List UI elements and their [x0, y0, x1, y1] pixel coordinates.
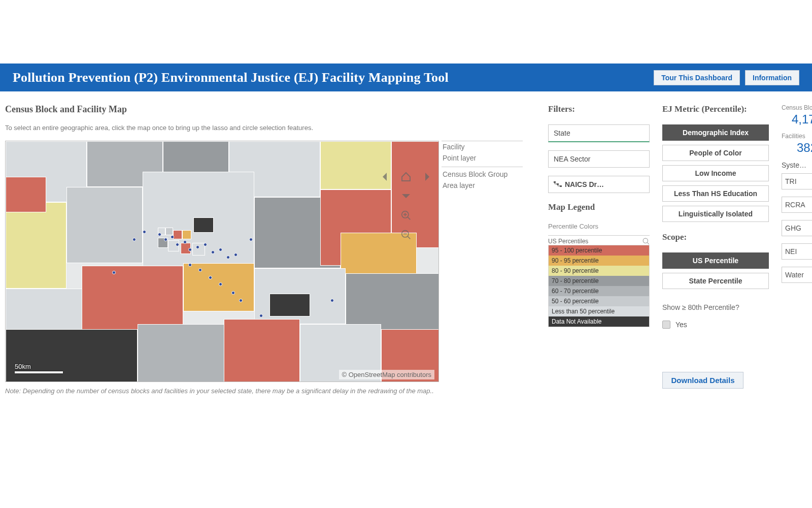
svg-rect-8: [557, 183, 559, 185]
layer-labels: Facility Point layer Census Block Group …: [442, 141, 523, 191]
scope-title: Scope:: [662, 232, 769, 242]
filter-nea-sector[interactable]: NEA Sector: [548, 150, 650, 168]
stat-facilities-label: Facilities: [782, 133, 812, 140]
legend-row: 50 - 60 percentile: [549, 296, 649, 306]
home-icon[interactable]: [401, 172, 411, 182]
legend-row: 95 - 100 percentile: [549, 245, 649, 256]
systems-title: Syste…: [782, 161, 812, 169]
tour-dashboard-button[interactable]: Tour This Dashboard: [654, 70, 740, 85]
legend-row: Data Not Available: [549, 316, 649, 327]
legend-row: 60 - 70 percentile: [549, 286, 649, 296]
search-icon[interactable]: [642, 238, 650, 245]
svg-line-11: [647, 242, 649, 244]
system-tri[interactable]: TRI: [782, 173, 812, 189]
map-attribution: © OpenStreetMap contributors: [339, 370, 435, 379]
svg-line-1: [408, 217, 410, 219]
collapse-down-icon[interactable]: [401, 191, 411, 201]
filter-state[interactable]: State: [548, 124, 650, 142]
legend-row: 70 - 80 percentile: [549, 276, 649, 286]
hierarchy-icon: [554, 181, 562, 187]
ej-opt-people-of-color[interactable]: People of Color: [662, 145, 769, 161]
download-details-button[interactable]: Download Details: [662, 372, 743, 389]
legend-list: 95 - 100 percentile 90 - 95 percentile 8…: [548, 245, 650, 327]
layer-facility-label: Facility: [442, 141, 523, 152]
ej-opt-low-income[interactable]: Low Income: [662, 165, 769, 181]
census-facility-map[interactable]: 50km © OpenStreetMap contributors: [5, 141, 439, 382]
legend-row: 90 - 95 percentile: [549, 256, 649, 266]
svg-rect-9: [560, 185, 562, 187]
layer-block-label: Census Block Group: [442, 167, 523, 180]
stat-census-label: Census Blo…: [782, 104, 812, 111]
scope-state-percentile[interactable]: State Percentile: [662, 273, 769, 289]
map-note: Note: Depending on the number of census …: [5, 387, 442, 395]
page-title: Pollution Prevention (P2) Environmental …: [13, 70, 449, 85]
ej-opt-linguistically-isolated[interactable]: Linguistically Isolated: [662, 206, 769, 222]
map-scale: 50km: [15, 363, 63, 373]
show-80th-yes: Yes: [675, 321, 687, 329]
map-section-title: Census Block and Facility Map: [5, 104, 442, 115]
system-water[interactable]: Water: [782, 267, 812, 283]
svg-point-10: [643, 238, 648, 243]
legend-subtitle: Percentile Colors: [548, 223, 650, 230]
legend-row: Less than 50 percentile: [549, 306, 649, 316]
system-nei[interactable]: NEI: [782, 243, 812, 260]
stat-census-value: 4,178: [782, 112, 812, 126]
svg-rect-7: [554, 181, 556, 183]
zoom-out-icon[interactable]: [401, 230, 411, 240]
stat-facilities-value: 382: [782, 141, 812, 155]
system-rcra[interactable]: RCRA: [782, 197, 812, 213]
filter-naics-drilldown[interactable]: NAICS Dr…: [548, 176, 650, 193]
map-instructions: To select an entire geographic area, cli…: [5, 124, 442, 132]
map-legend-title: Map Legend: [548, 202, 650, 212]
scope-us-percentile[interactable]: US Percentile: [662, 252, 769, 269]
svg-line-5: [408, 236, 410, 239]
nav-left-icon[interactable]: [380, 172, 390, 182]
header-bar: Pollution Prevention (P2) Environmental …: [0, 64, 812, 91]
nav-right-icon[interactable]: [422, 172, 432, 182]
system-ghg[interactable]: GHG: [782, 220, 812, 236]
show-80th-label: Show ≥ 80th Percentile?: [662, 303, 769, 311]
legend-head-label: US Percentiles: [548, 238, 588, 245]
layer-block-sub: Area layer: [442, 180, 523, 191]
show-80th-checkbox[interactable]: [662, 321, 670, 329]
ej-opt-demographic-index[interactable]: Demographic Index: [662, 124, 769, 141]
zoom-in-icon[interactable]: [401, 210, 411, 220]
legend-row: 80 - 90 percentile: [549, 266, 649, 276]
layer-facility-sub: Point layer: [442, 152, 523, 164]
information-button[interactable]: Information: [745, 70, 799, 85]
filters-title: Filters:: [548, 104, 650, 114]
ej-opt-less-than-hs[interactable]: Less Than HS Education: [662, 185, 769, 202]
ej-metric-title: EJ Metric (Percentile):: [662, 104, 769, 114]
